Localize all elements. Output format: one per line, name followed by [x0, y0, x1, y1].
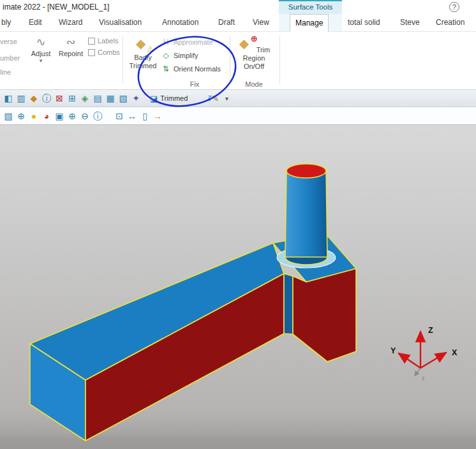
tab-draft[interactable]: Draft: [218, 14, 235, 31]
toolbar1-icon-group: ◧▥◆ⓘ⊠⊞◈▤▦▧✦: [2, 92, 142, 105]
trimmed-label: Trimmed: [160, 94, 188, 102]
tab-bly[interactable]: bly: [1, 14, 11, 31]
toolbar-row-1: ◧▥◆ⓘ⊠⊞◈▤▦▧✦ ◪ Trimmed Z ✎ ▾: [0, 90, 476, 107]
surface-diamond-icon: ◆: [136, 36, 145, 51]
sphere-yellow-icon[interactable]: ●: [27, 110, 40, 122]
axis-x-label: X: [452, 348, 457, 357]
tab-creation[interactable]: Creation: [436, 14, 465, 31]
diamond-icon[interactable]: ◈: [78, 92, 91, 105]
toolbar2-icon-group: ▧⊕●◕▣⊕⊖ⓘ⊡↔▯→: [2, 110, 164, 122]
axis-y-label: Y: [390, 346, 396, 355]
labels-checkbox-box[interactable]: [88, 38, 95, 45]
viewport[interactable]: Z X Y z: [0, 125, 476, 449]
paste-sheet-icon[interactable]: ▦: [104, 92, 117, 105]
zoom-in-icon[interactable]: ⊕: [66, 110, 78, 122]
warning-icon: ⚠: [147, 45, 154, 54]
axis-x-line: [420, 353, 446, 368]
ribbon-item-label: Simplify: [174, 52, 198, 59]
model-notch-face[interactable]: [284, 274, 293, 334]
edit-annotation-button[interactable]: Z ✎: [207, 94, 219, 103]
info-icon[interactable]: ⓘ: [91, 110, 104, 122]
surface-grid-icon[interactable]: ▥: [15, 92, 27, 105]
help-button[interactable]: ?: [449, 2, 459, 12]
ribbon-separator: [123, 36, 123, 84]
z-letter: Z: [207, 94, 211, 102]
adjust-dropdown-caret[interactable]: ▾: [27, 58, 55, 64]
axis-triad[interactable]: Z X Y z: [390, 326, 457, 381]
axis-gray-line: [415, 368, 420, 376]
sheet-icon[interactable]: ▧: [117, 92, 130, 105]
ribbon-separator: [230, 36, 230, 84]
page-icon[interactable]: ▯: [138, 110, 151, 122]
tab-steve[interactable]: Steve: [400, 14, 420, 31]
combs-checkbox-box[interactable]: [88, 49, 95, 56]
export-arrow-icon[interactable]: →: [151, 110, 164, 122]
ruler-icon[interactable]: ↔: [126, 110, 138, 122]
trimmed-surface-icon: ◪: [150, 94, 158, 103]
axis-z-small-label: z: [422, 375, 425, 381]
fix-group-label: Fix: [161, 80, 228, 88]
ribbon: verse umber line ∿ Adjust ▾ ∾ Repoint La…: [0, 32, 476, 90]
contextual-tab-group-header: Surface Tools: [279, 0, 342, 14]
tab-row: blyEditWizardVisualisationAnnotationDraf…: [0, 14, 476, 32]
viewport-canvas[interactable]: Z X Y z: [0, 125, 476, 449]
labels-checkbox-label: Labels: [98, 37, 118, 45]
ribbon-item-label: Approximate: [174, 38, 213, 46]
delete-grid-icon[interactable]: ⊠: [53, 92, 66, 105]
zoom-page-icon[interactable]: ⊡: [113, 110, 126, 122]
ribbon-item-label: Orient Normals: [174, 65, 221, 73]
repoint-label: Repoint: [56, 50, 86, 57]
ribbon-item-orient-normals[interactable]: ⇅Orient Normals: [161, 62, 228, 75]
sphere-shaded-icon[interactable]: ◕: [40, 110, 53, 122]
trim-region-icon: ◆ ⊕: [238, 36, 255, 52]
tab-manage[interactable]: Manage: [290, 14, 329, 32]
tab-view[interactable]: View: [253, 14, 269, 31]
model-cylinder-top-face[interactable]: [286, 164, 326, 178]
badly-trimmed-icon: ◆ ⚠: [135, 36, 151, 52]
orient-normals-icon: ⇅: [161, 64, 171, 73]
model-block-side-face[interactable]: [293, 269, 356, 362]
trimmed-toggle[interactable]: ◪ Trimmed: [150, 94, 188, 103]
repoint-button[interactable]: ∾ Repoint: [56, 36, 86, 57]
tab-total-solid[interactable]: total solid: [348, 14, 380, 31]
adjust-button[interactable]: ∿ Adjust ▾: [27, 36, 55, 64]
combs-checkbox-label: Combs: [98, 48, 120, 56]
toolbar-overflow-caret[interactable]: ▾: [225, 95, 228, 102]
zoom-out-icon[interactable]: ⊖: [78, 110, 91, 122]
adjust-label: Adjust: [27, 50, 55, 57]
labels-checkbox[interactable]: Labels: [88, 37, 118, 45]
copy-sheet-icon[interactable]: ▤: [91, 92, 104, 105]
tab-edit[interactable]: Edit: [29, 14, 42, 31]
add-surface-icon[interactable]: ⊞: [66, 92, 78, 105]
tab-visualisation[interactable]: Visualisation: [99, 14, 142, 31]
select-surface-icon[interactable]: ▧: [2, 110, 15, 122]
repoint-curve-icon: ∾: [56, 36, 86, 48]
red-plus-icon: ⊕: [251, 34, 258, 43]
clipped-label-renumber: umber: [0, 54, 20, 62]
patch-icon[interactable]: ◆: [27, 92, 40, 105]
trim-region-button[interactable]: ◆ ⊕ Trim Region On/Off: [234, 36, 274, 71]
view-box-icon[interactable]: ▣: [53, 110, 66, 122]
tab-wizard[interactable]: Wizard: [59, 14, 82, 31]
star-icon[interactable]: ✦: [130, 92, 142, 105]
approximate-icon: H: [161, 38, 171, 47]
badly-trimmed-button[interactable]: ◆ ⚠ Badly Trimmed: [126, 36, 160, 70]
clipped-label-line: line: [0, 68, 11, 76]
ribbon-separator: [279, 36, 280, 84]
simplify-icon: ◇: [161, 51, 171, 60]
ribbon-item-simplify[interactable]: ◇Simplify: [161, 48, 228, 62]
combs-checkbox[interactable]: Combs: [88, 48, 120, 56]
globe-icon[interactable]: ⊕: [15, 110, 27, 122]
ribbon-item-approximate: HApproximate: [161, 35, 228, 48]
info-icon[interactable]: ⓘ: [40, 92, 53, 105]
toolbar-row-2: ▧⊕●◕▣⊕⊖ⓘ⊡↔▯→: [0, 107, 476, 125]
curve-edit-icon[interactable]: ◧: [2, 92, 15, 105]
tab-annotation[interactable]: Annotation: [162, 14, 198, 31]
window-title: imate 2022 - [NEW_MODEL_1]: [3, 3, 109, 11]
model-cylinder-body[interactable]: [285, 171, 327, 257]
title-bar: imate 2022 - [NEW_MODEL_1] Surface Tools…: [0, 0, 476, 14]
application-window: imate 2022 - [NEW_MODEL_1] Surface Tools…: [0, 0, 476, 449]
fix-item-list: HApproximate◇Simplify⇅Orient Normals: [161, 35, 228, 75]
axis-y-line: [399, 353, 420, 368]
surface-diamond-icon: ◆: [239, 36, 249, 51]
